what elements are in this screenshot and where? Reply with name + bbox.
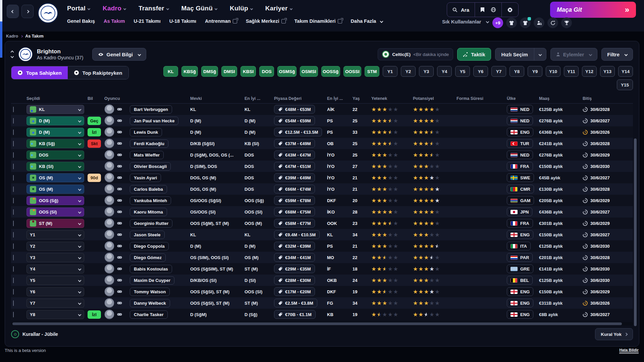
table-row[interactable]: OS (M) Carlos Baleba DOS, OS (M) DOS €66… <box>11 183 633 195</box>
shirt-icon[interactable] <box>506 17 517 28</box>
column-header[interactable]: Bitiş <box>583 96 633 101</box>
out-of-possession-toggle[interactable]: Top Rakipteyken <box>68 66 128 79</box>
player-name[interactable]: Yasin Ayari <box>130 174 161 182</box>
column-header[interactable]: Yetenek <box>371 96 413 101</box>
actions-button[interactable]: Eylemler <box>550 48 598 61</box>
market-value[interactable]: €37M - €49M <box>274 139 315 148</box>
slot-chip-Y2[interactable]: Y2 <box>401 66 416 77</box>
slot-chip-Y4[interactable]: Y4 <box>437 66 452 77</box>
market-value[interactable]: €43M - €47M <box>274 150 315 159</box>
slot-chip-Y13[interactable]: Y13 <box>600 66 615 77</box>
player-name[interactable]: Diego Coppola <box>130 242 169 250</box>
position-select[interactable]: Y5 <box>26 276 84 285</box>
breadcrumb-parent[interactable]: Kadro <box>6 34 18 39</box>
settings-button[interactable] <box>502 3 518 17</box>
row-checkbox[interactable] <box>13 255 14 260</box>
market-value[interactable]: €32M - €39M <box>274 242 315 250</box>
row-checkbox[interactable] <box>13 186 14 192</box>
column-header[interactable]: En İyi ... <box>245 96 274 101</box>
favorites-dropdown[interactable]: Sık Kullanılanlar <box>442 19 489 24</box>
row-checkbox[interactable] <box>13 152 14 158</box>
column-header[interactable]: En İyi ... <box>327 96 353 101</box>
row-checkbox[interactable] <box>13 289 14 295</box>
row-checkbox[interactable] <box>13 312 14 317</box>
mainnav-item-1[interactable]: Portal <box>67 5 90 12</box>
slot-chip-Y9[interactable]: Y9 <box>528 66 542 77</box>
position-select[interactable]: Y8 <box>26 310 84 319</box>
position-select[interactable]: OS (M) <box>26 173 84 182</box>
position-select[interactable]: KB (SI) <box>26 162 84 171</box>
column-header[interactable]: Oyuncu <box>104 96 190 101</box>
position-select[interactable]: KL <box>26 105 84 114</box>
bookmark-icon[interactable] <box>480 7 485 12</box>
vertical-scrollbar[interactable] <box>634 138 637 326</box>
mainnav-item-4[interactable]: Maç Günü <box>181 5 217 12</box>
column-header[interactable]: Ülke <box>507 96 539 101</box>
player-name[interactable]: Charlie Tasker <box>130 310 168 319</box>
club-crest[interactable] <box>38 3 58 23</box>
column-header[interactable]: Maaş <box>539 96 583 101</box>
table-row[interactable]: OS (M) 90d Yasin Ayari DOS, OS (M) DOS €… <box>11 172 633 183</box>
position-select[interactable]: OOS (SI) <box>26 207 84 217</box>
position-select[interactable]: OOS (Sğ) <box>26 196 84 205</box>
player-name[interactable]: Kaoru Mitoma <box>130 208 167 216</box>
row-checkbox[interactable] <box>13 209 14 215</box>
position-chip-DOS[interactable]: DOS <box>259 66 274 77</box>
column-header[interactable]: Forma Süresi <box>457 96 507 101</box>
player-name[interactable]: Bart Verbruggen <box>130 105 172 114</box>
row-checkbox[interactable] <box>13 107 14 112</box>
position-select[interactable]: OS (M) <box>26 185 84 194</box>
position-select[interactable]: DOS <box>26 150 84 160</box>
column-header[interactable]: Bil <box>88 96 104 101</box>
market-value[interactable]: €28M - €30M <box>274 276 315 285</box>
column-header[interactable]: Yaş <box>353 96 371 101</box>
slot-chip-Y5[interactable]: Y5 <box>455 66 470 77</box>
horizontal-scrollbar[interactable] <box>11 322 633 325</box>
subnav-item-1[interactable]: Genel Bakış <box>67 18 95 24</box>
globe-icon[interactable] <box>491 7 496 12</box>
quick-pick-dropdown[interactable] <box>534 48 546 60</box>
trophy-icon[interactable] <box>561 17 572 28</box>
slot-chip-Y14[interactable]: Y14 <box>618 66 633 77</box>
market-value[interactable]: €66M - €74M <box>274 185 315 193</box>
row-checkbox[interactable] <box>13 198 14 203</box>
filter-button[interactable]: Filtre <box>601 48 633 61</box>
position-chip-DMSğ[interactable]: DMSğ <box>201 66 218 77</box>
tactic-button[interactable]: Taktik <box>457 48 491 61</box>
market-value[interactable]: €54M - €59M <box>274 116 315 125</box>
position-select[interactable]: Y3 <box>26 253 84 262</box>
inbox-badge-icon[interactable]: +9 <box>492 17 503 28</box>
player-name[interactable]: Danny Welbeck <box>130 299 170 307</box>
row-checkbox[interactable] <box>13 278 14 283</box>
column-header[interactable]: Mevki <box>190 96 245 101</box>
player-name[interactable]: Ferdi Kadıoğlu <box>130 139 168 148</box>
row-checkbox[interactable] <box>13 221 14 226</box>
market-value[interactable]: €12.5M - €13.5M <box>274 128 322 136</box>
market-value[interactable]: €70B - €1.1M <box>274 310 316 319</box>
market-value[interactable]: €2.5M - €3.8M <box>274 299 317 307</box>
position-chip-STM[interactable]: STM <box>365 66 379 77</box>
market-value[interactable]: €68M - €75M <box>274 207 315 216</box>
subnav-item-6[interactable]: Sağlık Merkezi <box>246 18 286 24</box>
position-select[interactable]: Y2 <box>26 242 84 251</box>
subnav-item-7[interactable]: Takım Dinamikleri <box>294 18 342 24</box>
mainnav-item-2[interactable]: Kadro <box>103 5 126 12</box>
slot-chip-Y15[interactable]: Y15 <box>617 79 633 90</box>
row-checkbox[interactable] <box>13 232 14 238</box>
player-name[interactable]: Olivier Boscagli <box>130 162 171 171</box>
table-row[interactable]: Y1 Jason Steele KL KL €9.4M - €10.5M KL … <box>11 229 633 240</box>
subnav-item-5[interactable]: Antrenman <box>205 18 237 24</box>
subnav-item-4[interactable]: U-18 Takımı <box>169 18 196 24</box>
market-value[interactable]: €58M - €77M <box>274 219 315 228</box>
no-rule-button[interactable]: Kural Yok <box>595 328 633 340</box>
subnav-item-3[interactable]: U-21 Takımı <box>133 18 160 24</box>
row-checkbox[interactable] <box>13 300 14 306</box>
collapse-controls[interactable] <box>11 51 13 58</box>
slot-chip-Y3[interactable]: Y3 <box>419 66 434 77</box>
refresh-icon[interactable] <box>547 17 558 28</box>
player-name[interactable]: Carlos Baleba <box>130 185 167 193</box>
mainnav-item-3[interactable]: Transfer <box>139 5 169 12</box>
table-row[interactable]: D (M) Geç Jan Paul van Hecke D (M) D (M)… <box>11 115 633 126</box>
search-button[interactable]: Ara <box>447 3 475 17</box>
player-name[interactable]: Jan Paul van Hecke <box>130 117 178 125</box>
